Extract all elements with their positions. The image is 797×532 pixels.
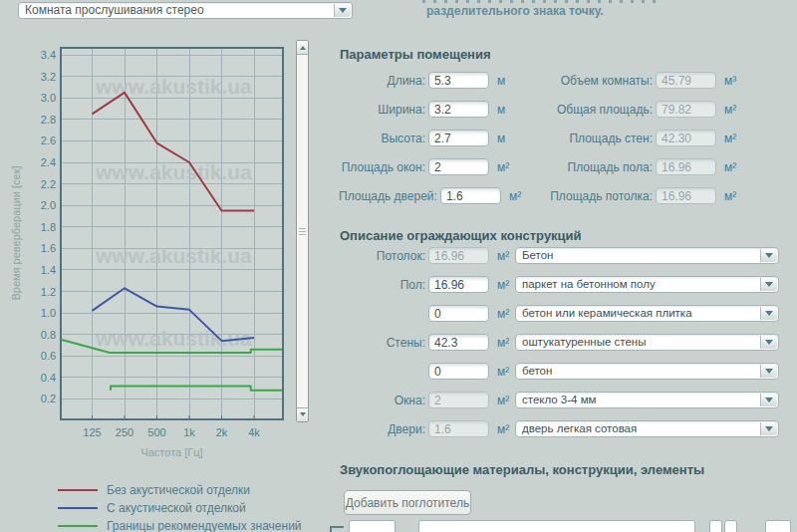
- scrollbar-thumb[interactable]: [297, 56, 308, 407]
- doors-material-dropdown-button[interactable]: [760, 422, 777, 435]
- y-tick-label: 3.0: [30, 92, 56, 104]
- floor-area-label: Площадь пола:: [538, 160, 653, 174]
- legend-item: Без акустической отделки: [58, 481, 302, 499]
- walls-2-material-value: бетон: [522, 365, 552, 377]
- windows-material-dropdown-button[interactable]: [760, 394, 777, 406]
- ceiling-material-dropdown-button[interactable]: [760, 249, 777, 262]
- x-tick-label: 250: [109, 426, 140, 438]
- walls-2-area-input[interactable]: [428, 363, 489, 380]
- x-tick-label: 125: [77, 426, 109, 438]
- height-row: Высота:м: [339, 130, 505, 146]
- chevron-down-icon: [765, 282, 773, 291]
- floor-2-area-input[interactable]: [428, 305, 489, 322]
- ceiling-material-select[interactable]: Бетон: [515, 247, 779, 264]
- constructions-rows: Потолок:м²БетонПол:м²паркет на бетонном …: [339, 247, 781, 446]
- doors-unit: м²: [497, 422, 509, 436]
- windows-unit: м²: [497, 394, 509, 407]
- floor-2-unit: м²: [497, 307, 509, 321]
- y-tick-label: 1.4: [30, 264, 56, 276]
- room-params-right-column: Объем комнаты:м³Общая площадь:м²Площадь …: [538, 72, 787, 211]
- note-clipped-line: [422, 0, 664, 3]
- ceiling-label: Потолок:: [339, 249, 425, 263]
- windows-area-input[interactable]: [428, 158, 489, 175]
- walls-2-material-select[interactable]: бетон: [515, 363, 779, 380]
- room-type-dropdown-button[interactable]: [334, 4, 351, 17]
- legend-item: С акустической отделкой: [58, 499, 302, 517]
- height-label: Высота:: [339, 132, 425, 145]
- height-input[interactable]: [428, 130, 489, 146]
- ceiling-area-row: Площадь потолка:м²: [538, 187, 736, 204]
- doors-area-input: [428, 420, 489, 437]
- absorber-row-scrollbar[interactable]: [765, 520, 791, 532]
- room-volume-input: [656, 72, 716, 89]
- floor-2-material-dropdown-button[interactable]: [760, 307, 777, 320]
- width-input[interactable]: [428, 101, 489, 118]
- add-absorber-button[interactable]: Добавить поглотитель: [344, 490, 471, 515]
- y-tick-label: 1.2: [30, 286, 56, 298]
- floor-2-material-select[interactable]: бетон или керамическая плитка: [515, 305, 779, 322]
- ceiling-area-input: [428, 247, 489, 264]
- absorber-row-button[interactable]: [709, 520, 722, 532]
- total-area-row: Общая площадь:м²: [538, 101, 736, 118]
- chevron-down-icon: [765, 311, 773, 320]
- walls-material-select[interactable]: оштукатуренные стены: [515, 334, 779, 351]
- legend-swatch: [58, 507, 98, 509]
- y-tick-label: 2.0: [30, 199, 56, 211]
- absorber-row-button-2[interactable]: [724, 520, 737, 532]
- section-title-constructions: Описание ограждающих конструкций: [340, 228, 582, 243]
- y-tick-label: 0.8: [30, 329, 56, 341]
- y-tick-label: 2.8: [30, 114, 56, 126]
- width-unit: м: [497, 103, 505, 117]
- watermark-text: www.akustik.ua: [95, 75, 252, 98]
- room-params-left-column: Длина:мШирина:мВысота:мПлощадь окон:м²Пл…: [339, 72, 558, 211]
- walls-2-material-dropdown-button[interactable]: [760, 365, 777, 378]
- windows-material-select[interactable]: стекло 3-4 мм: [515, 392, 779, 408]
- walls-material-dropdown-button[interactable]: [760, 336, 777, 349]
- x-tick-label: 500: [141, 426, 173, 438]
- legend-label: Без акустической отделки: [107, 483, 250, 497]
- scroll-down-button[interactable]: [297, 407, 308, 421]
- plot-background: [61, 48, 283, 419]
- walls-2-row: м²бетон: [339, 363, 781, 380]
- chart-scrollbar[interactable]: [296, 40, 309, 422]
- y-tick-label: 0.4: [30, 372, 56, 384]
- floor-2-material-value: бетон или керамическая плитка: [522, 307, 692, 319]
- floor-material-select[interactable]: паркет на бетонном полу: [515, 276, 779, 293]
- room-volume-row: Объем комнаты:м³: [538, 72, 736, 89]
- chevron-down-icon: [339, 8, 347, 17]
- doors-area-input[interactable]: [440, 187, 501, 204]
- x-tick-label: 4k: [238, 426, 270, 438]
- ceiling-material-value: Бетон: [522, 249, 553, 261]
- walls-area-row: Площадь стен:м²: [538, 130, 736, 146]
- scroll-up-button[interactable]: [297, 41, 308, 55]
- floor-material-dropdown-button[interactable]: [760, 278, 777, 291]
- grip-icon: [299, 228, 306, 236]
- floor-area-unit: м²: [724, 160, 736, 174]
- absorber-row-select[interactable]: [418, 520, 695, 532]
- y-tick-label: 0.2: [30, 393, 56, 404]
- windows-area-unit: м²: [497, 160, 509, 174]
- ceiling-area-label: Площадь потолка:: [538, 189, 653, 203]
- length-input[interactable]: [428, 72, 489, 89]
- total-area-input: [656, 101, 716, 118]
- y-tick-label: 2.6: [30, 134, 56, 146]
- walls-row: Стены:м²оштукатуренные стены: [339, 334, 781, 351]
- y-axis-title: Время реверберации [сек]: [10, 153, 22, 313]
- absorber-row-input[interactable]: [349, 520, 396, 532]
- floor-area-row: Площадь пола:м²: [538, 158, 736, 175]
- legend-label: Границы рекомендуемых значений: [107, 519, 302, 532]
- chevron-down-icon: [765, 398, 773, 406]
- windows-material-value: стекло 3-4 мм: [522, 394, 597, 405]
- walls-area-input[interactable]: [428, 334, 489, 351]
- windows-area-row: Площадь окон:м²: [339, 158, 509, 175]
- x-tick-label: 2k: [206, 426, 238, 438]
- doors-material-select[interactable]: дверь легкая сотовая: [515, 420, 779, 437]
- y-tick-label: 2.2: [30, 178, 56, 190]
- y-tick-label: 1.8: [30, 221, 56, 233]
- walls-unit: м²: [497, 336, 509, 350]
- walls-2-unit: м²: [497, 365, 509, 379]
- floor-area-input[interactable]: [428, 276, 489, 293]
- doors-area-unit: м²: [509, 189, 521, 203]
- windows-label: Окна:: [339, 394, 425, 407]
- walls-label: Стены:: [339, 336, 425, 350]
